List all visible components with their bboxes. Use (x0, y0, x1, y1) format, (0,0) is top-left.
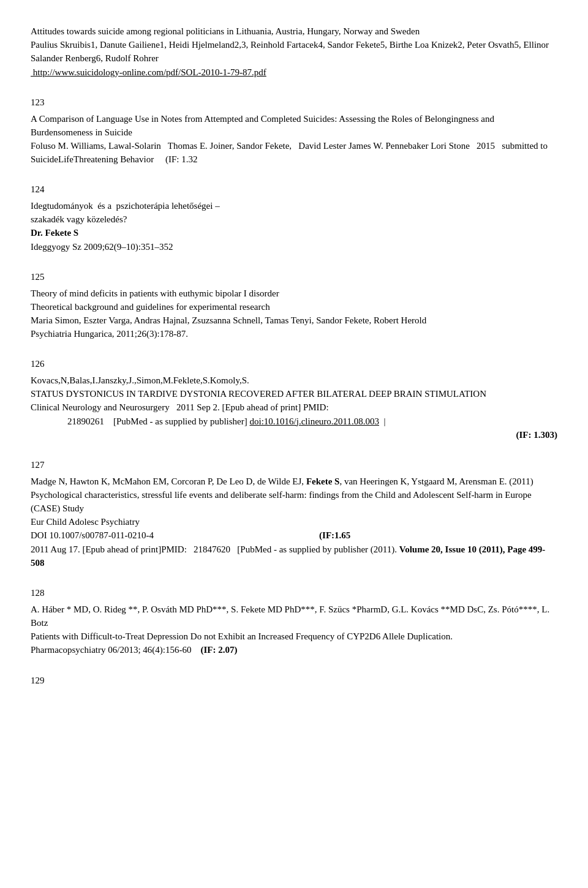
entry-number-125: 125 (31, 271, 557, 284)
header-link[interactable]: http://www.suicidology-online.com/pdf/SO… (31, 66, 557, 79)
entry-content-127: Madge N, Hawton K, McMahon EM, Corcoran … (31, 475, 557, 570)
entry-129: 129 (31, 674, 557, 688)
header-entry: Attitudes towards suicide among regional… (31, 24, 557, 79)
volume-bold-127: Volume 20, Issue 10 (2011), Page 499-508 (31, 544, 545, 568)
entry-128: 128 A. Háber * MD, O. Rideg **, P. Osvát… (31, 587, 557, 657)
pmid-line: 21890261 [PubMed - as supplied by publis… (67, 415, 386, 428)
header-authors: Paulius Skruibis1, Danute Gailiene1, Hei… (31, 38, 557, 65)
if-127: (IF:1.65 (319, 530, 350, 540)
entry-content-125: Theory of mind deficits in patients with… (31, 287, 557, 341)
page-content: Attitudes towards suicide among regional… (31, 24, 557, 687)
doi-link[interactable]: doi:10.1016/j.clineuro.2011.08.003 (249, 416, 379, 426)
entry-number-129: 129 (31, 674, 557, 688)
dr-fekete-name: Dr. Fekete S (31, 228, 78, 238)
entry-number-127: 127 (31, 459, 557, 472)
entry-number-126: 126 (31, 358, 557, 371)
entry-content-126: Kovacs,N,Balas,I.Janszky,J.,Simon,M.Fekl… (31, 374, 557, 442)
entry-125: 125 Theory of mind deficits in patients … (31, 271, 557, 341)
entry-126: 126 Kovacs,N,Balas,I.Janszky,J.,Simon,M.… (31, 358, 557, 442)
entry-content-128: A. Háber * MD, O. Rideg **, P. Osváth MD… (31, 603, 557, 657)
entry-number-128: 128 (31, 587, 557, 600)
entry-number-124: 124 (31, 183, 557, 197)
entry-124: 124 Idegtudományok és a pszichoterápia l… (31, 183, 557, 254)
if-128: (IF: 2.07) (200, 645, 237, 655)
entry-127: 127 Madge N, Hawton K, McMahon EM, Corco… (31, 459, 557, 570)
entry-number-123: 123 (31, 96, 557, 110)
entry-123: 123 A Comparison of Language Use in Note… (31, 96, 557, 167)
header-title: Attitudes towards suicide among regional… (31, 24, 557, 38)
fekete-bold-127: Fekete S (306, 476, 340, 486)
entry-content-123: A Comparison of Language Use in Notes fr… (31, 112, 557, 167)
if-126: (IF: 1.303) (31, 428, 557, 442)
entry-content-124: Idegtudományok és a pszichoterápia lehet… (31, 199, 557, 254)
